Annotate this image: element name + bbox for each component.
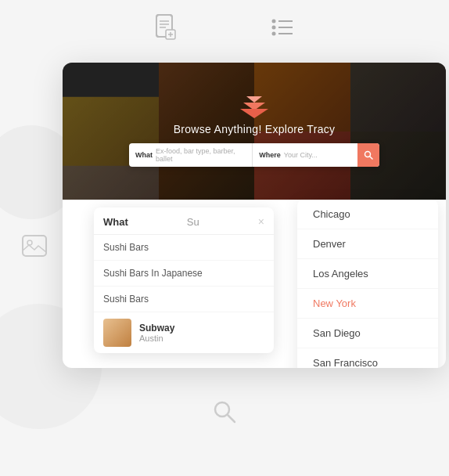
svg-point-12 — [272, 32, 276, 36]
dropdown-item-sushi-bars-japanese[interactable]: Sushi Bars In Japanese — [94, 261, 274, 287]
where-label: Where — [259, 151, 281, 159]
what-dropdown-query: Su — [187, 216, 199, 228]
dropdown-item-sushi-bars-2[interactable]: Sushi Bars — [94, 287, 274, 312]
subway-location: Austin — [139, 334, 174, 343]
svg-point-10 — [272, 26, 276, 30]
svg-point-8 — [272, 20, 276, 23]
city-item-new-york[interactable]: New York — [297, 289, 438, 319]
document-icon — [155, 14, 177, 45]
subway-name: Subway — [139, 323, 174, 334]
subway-info: Subway Austin — [139, 323, 174, 343]
subway-thumbnail — [103, 319, 131, 347]
app-logo — [240, 96, 268, 117]
city-item-denver[interactable]: Denver — [297, 229, 438, 259]
app-card: Browse Anything! Explore Tracy What Ex-f… — [63, 63, 446, 368]
search-where-section: Where Your City... — [253, 143, 357, 167]
dropdown-item-sushi-bars-1[interactable]: Sushi Bars — [94, 235, 274, 261]
menu-icon[interactable] — [271, 18, 294, 41]
what-placeholder[interactable]: Ex-food, bar type, barber, ballet — [156, 147, 246, 163]
search-what-section: What Ex-food, bar type, barber, ballet — [129, 143, 253, 167]
logo-layer-bottom — [240, 109, 268, 118]
city-item-san-diego[interactable]: San Diego — [297, 319, 438, 348]
search-icon-bottom — [213, 400, 236, 429]
svg-point-15 — [27, 240, 32, 245]
where-placeholder[interactable]: Your City... — [284, 151, 318, 159]
search-button[interactable] — [357, 143, 379, 167]
dropdown-area: What Su × Sushi Bars Sushi Bars In Japan… — [63, 200, 446, 368]
what-label: What — [135, 151, 153, 159]
city-item-chicago[interactable]: Chicago — [297, 200, 438, 229]
svg-line-17 — [228, 415, 235, 422]
image-icon — [22, 235, 47, 262]
svg-line-19 — [370, 157, 372, 159]
dropdown-item-subway[interactable]: Subway Austin — [94, 312, 274, 353]
top-icon-bar — [0, 14, 449, 45]
what-dropdown-header: What Su × — [94, 207, 274, 235]
what-dropdown-label: What — [103, 216, 128, 228]
svg-point-18 — [365, 151, 371, 157]
hero-overlay: Browse Anything! Explore Tracy What Ex-f… — [63, 63, 446, 200]
city-item-san-francisco[interactable]: San Francisco — [297, 348, 438, 368]
what-close-button[interactable]: × — [258, 215, 264, 228]
hero-search-bar[interactable]: What Ex-food, bar type, barber, ballet W… — [129, 143, 379, 167]
city-item-los-angeles[interactable]: Los Angeles — [297, 259, 438, 289]
svg-rect-14 — [23, 236, 46, 256]
logo-layer-top — [246, 96, 262, 103]
hero-title: Browse Anything! Explore Tracy — [174, 123, 336, 135]
city-list: Chicago Denver Los Angeles New York San … — [297, 200, 438, 368]
hero-section: Browse Anything! Explore Tracy What Ex-f… — [63, 63, 446, 200]
what-dropdown: What Su × Sushi Bars Sushi Bars In Japan… — [94, 207, 274, 353]
